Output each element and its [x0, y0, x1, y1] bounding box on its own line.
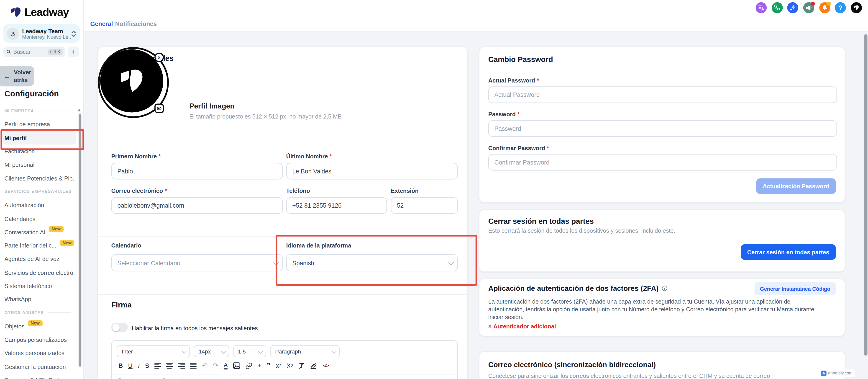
app-logo[interactable]: Leadway — [9, 4, 69, 20]
justify-button[interactable] — [190, 362, 197, 369]
eraser-button[interactable] — [310, 362, 317, 369]
insert-link-button[interactable] — [246, 362, 253, 369]
question-mark-icon: ? — [838, 4, 842, 11]
sidebar-item-dominios-url[interactable]: Dominios & URL Redirec... — [0, 373, 83, 379]
update-password-button[interactable]: Actualización Password — [756, 178, 836, 194]
back-button[interactable]: ← Volver atrás — [0, 66, 34, 86]
ai-assistant-button[interactable] — [68, 47, 79, 57]
logout-subtitle: Esto cerrará la sesión de todos los disp… — [488, 227, 675, 234]
sidebar-item-objetos[interactable]: ObjetosNew — [0, 320, 83, 333]
first-name-input[interactable] — [112, 163, 283, 180]
signature-toggle[interactable] — [112, 323, 128, 332]
insert-image-button[interactable] — [233, 362, 240, 369]
insert-more-button[interactable]: + — [258, 362, 261, 369]
sidebar-item-facturacion[interactable]: Facturación — [0, 145, 83, 158]
generate-instant-code-button[interactable]: Generar Instantánea Código — [754, 282, 836, 295]
upload-avatar-button[interactable] — [154, 104, 164, 113]
sidebar-scrollbar[interactable] — [79, 114, 81, 367]
page-scrollbar[interactable] — [864, 34, 868, 356]
text-color-button[interactable]: A — [224, 362, 228, 369]
sidebar-item-automatizacion[interactable]: Automatización — [0, 198, 83, 212]
align-right-button[interactable] — [178, 362, 185, 369]
sidebar-item-valores-personalizados[interactable]: Valores personalizados — [0, 346, 83, 360]
info-icon — [661, 285, 668, 291]
signature-toggle-label: Habilitar la firma en todos los mensajes… — [132, 324, 257, 331]
help-button[interactable]: ? — [835, 2, 846, 13]
font-size-select[interactable]: 14px — [194, 345, 229, 357]
email-sync-card: Correo electrónico (sincronización bidir… — [479, 351, 845, 379]
sidebar-item-campos-personalizados[interactable]: Campos personalizados — [0, 333, 83, 346]
watermark: A annotely.com — [819, 369, 855, 377]
sidebar-item-clientes-potenciales[interactable]: Clientes Potenciales & Pip... — [0, 171, 83, 185]
required-asterisk: * — [330, 153, 332, 159]
new-badge: New — [49, 226, 63, 232]
team-selector[interactable]: Leadway Team Monterrey, Nuevo Le... — [3, 24, 80, 42]
tab-notificaciones[interactable]: Notificaciones — [115, 21, 157, 27]
undo-button[interactable]: ↶ — [202, 362, 208, 369]
notifications-button[interactable] — [819, 2, 830, 13]
bold-button[interactable]: B — [118, 362, 123, 369]
ai-sparkles-button[interactable] — [787, 2, 799, 13]
code-view-button[interactable]: </> — [323, 363, 329, 368]
remove-avatar-button[interactable]: × — [154, 53, 164, 62]
blockquote-button[interactable]: ” — [267, 362, 271, 370]
required-asterisk: * — [537, 77, 539, 84]
subscript-button[interactable]: X2 — [286, 362, 293, 369]
sidebar-item-agentes-ai-voz[interactable]: Agentes de AI de voz — [0, 252, 83, 266]
italic-button[interactable]: I — [138, 362, 140, 369]
email-label: Correo electrónico* — [112, 187, 167, 194]
sidebar-item-parte-inferior[interactable]: Parte inferior del c...New — [0, 239, 83, 252]
announcements-button[interactable] — [803, 2, 814, 13]
clear-format-button[interactable] — [298, 362, 305, 369]
font-family-select[interactable]: Inter — [117, 345, 190, 357]
current-password-input[interactable] — [488, 86, 837, 103]
profile-avatar: × — [98, 47, 169, 118]
logout-everywhere-card: Cerrar sesión en todas partes Esto cerra… — [479, 209, 845, 272]
required-asterisk: * — [158, 153, 161, 159]
sidebar-item-calendarios[interactable]: Calendarios — [0, 212, 83, 225]
divider — [112, 374, 457, 374]
tab-general[interactable]: General — [90, 21, 113, 27]
last-name-input[interactable] — [286, 163, 458, 180]
sidebar-item-gestionar-puntuacion[interactable]: Gestionar la puntuación — [0, 360, 83, 373]
translate-button[interactable] — [755, 2, 767, 13]
sidebar-item-whatsapp[interactable]: WhatsApp — [0, 293, 83, 306]
align-left-button[interactable] — [154, 362, 161, 369]
team-location: Monterrey, Nuevo Le... — [22, 34, 71, 39]
phone-button[interactable] — [771, 2, 783, 13]
sidebar-item-sistema-telefonico[interactable]: Sistema telefónico — [0, 279, 83, 293]
superscript-button[interactable]: x2 — [276, 362, 281, 369]
calendar-label: Calendario — [112, 242, 142, 249]
new-password-input[interactable] — [488, 120, 837, 137]
email-input[interactable] — [112, 197, 283, 214]
additional-authenticator-link[interactable]: × Autenticador adicional — [488, 323, 556, 329]
extension-input[interactable] — [391, 197, 458, 214]
phone-input[interactable] — [286, 197, 387, 214]
new-badge: New — [60, 239, 74, 246]
megaphone-icon — [805, 4, 812, 11]
sidebar-item-perfil-de-empresa[interactable]: Perfil de empresa — [0, 118, 83, 131]
lightning-icon — [71, 49, 76, 55]
sidebar-item-mi-perfil[interactable]: Mi perfil — [2, 131, 76, 145]
confirm-password-input[interactable] — [488, 154, 837, 171]
sidebar-item-mi-personal[interactable]: Mi personal — [0, 158, 83, 171]
settings-nav: MI EMPRESA Perfil de empresa Mi perfil F… — [0, 104, 83, 379]
line-height-select[interactable]: 1.5 — [233, 345, 266, 357]
align-center-button[interactable] — [166, 362, 173, 369]
logout-everywhere-button[interactable]: Cerrar sesión en todas partes — [740, 244, 836, 260]
sidebar-scroll-up-arrow[interactable] — [78, 109, 81, 111]
sidebar-item-conversation-ai[interactable]: Conversation AINew — [0, 225, 83, 239]
underline-button[interactable]: U — [128, 362, 132, 369]
sidebar-item-servicios-correo[interactable]: Servicios de correo electró... — [0, 266, 83, 279]
paragraph-style-select[interactable]: Paragraph — [270, 345, 340, 357]
extension-label: Extensión — [391, 187, 418, 194]
language-select[interactable]: Spanish — [286, 254, 458, 271]
redo-button[interactable]: ↷ — [213, 362, 218, 369]
signature-editor-placeholder[interactable]: Create your email signature — [117, 377, 192, 379]
calendar-select[interactable]: Seleccionar Calendario — [112, 254, 283, 271]
search-input[interactable]: Buscar ctrl K — [3, 47, 65, 57]
strikethrough-button[interactable]: S — [145, 362, 149, 369]
app-logo-button[interactable] — [851, 2, 862, 13]
search-placeholder: Buscar — [13, 49, 48, 55]
x-icon: × — [488, 323, 492, 329]
